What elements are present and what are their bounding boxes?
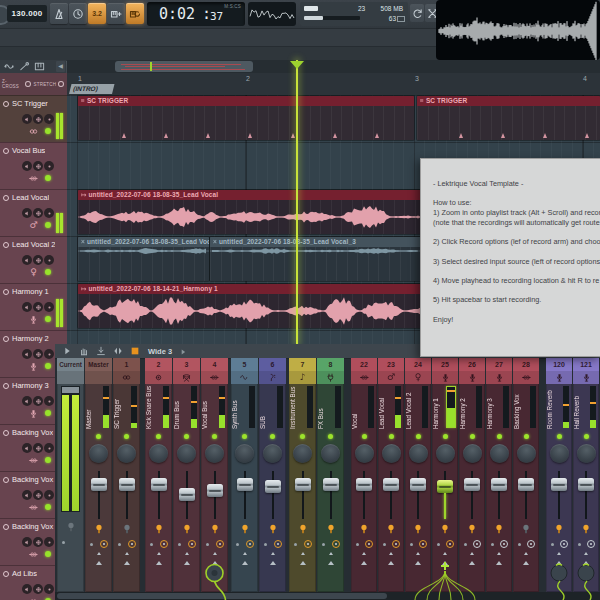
track-dot-icon[interactable] — [44, 302, 54, 312]
arrangement-marker[interactable]: (INTRO) — [69, 84, 114, 94]
oscilloscope-panel[interactable] — [248, 2, 296, 26]
stereo-lamp-icon[interactable] — [432, 522, 458, 538]
track-pan-icon[interactable] — [33, 584, 43, 594]
route-arrows[interactable] — [173, 550, 200, 572]
route-arrows[interactable] — [546, 550, 572, 572]
mixer-strip-current[interactable]: Current — [57, 358, 84, 592]
fader-handle[interactable] — [356, 478, 372, 491]
track-mute-icon[interactable] — [3, 195, 9, 201]
clip-header[interactable]: ≡SC TRIGGER — [417, 96, 600, 106]
track-arm-led[interactable] — [45, 363, 51, 369]
track-mute-icon[interactable] — [3, 571, 9, 577]
stereo-lamp-icon[interactable] — [513, 522, 539, 538]
volume-fader[interactable] — [432, 468, 458, 522]
route-arrows[interactable] — [459, 550, 485, 572]
fader-handle[interactable] — [119, 478, 135, 491]
clip-muted[interactable]: ×untitled_2022-07-06 18-08-35_Lead Vocal… — [210, 237, 421, 281]
volume-fader[interactable] — [351, 468, 377, 522]
pan-knob[interactable] — [486, 444, 512, 468]
stereo-lamp-icon[interactable] — [459, 522, 485, 538]
fader-handle[interactable] — [551, 478, 567, 491]
track-speaker-icon[interactable] — [22, 255, 32, 265]
stereo-lamp-icon[interactable] — [378, 522, 404, 538]
fader-handle[interactable] — [464, 478, 480, 491]
track-arm-led[interactable] — [45, 316, 51, 322]
track-dot-icon[interactable] — [44, 349, 54, 359]
zcross-toggle[interactable] — [25, 81, 31, 87]
track-mute-icon[interactable] — [3, 383, 9, 389]
pan-knob[interactable] — [173, 444, 200, 468]
volume-fader[interactable] — [201, 468, 228, 522]
mixer-strip-4[interactable]: 4Vocal Bus — [201, 358, 228, 592]
volume-fader[interactable] — [289, 468, 316, 522]
track-arm-led[interactable] — [45, 551, 51, 557]
pan-knob[interactable] — [513, 444, 539, 468]
track-arm-led[interactable] — [45, 222, 51, 228]
mixer-strip-2[interactable]: 2Kick Snare Bus — [145, 358, 172, 592]
volume-fader[interactable] — [573, 468, 599, 522]
arm-led[interactable] — [259, 430, 286, 442]
fader-handle[interactable] — [151, 478, 167, 491]
arm-led[interactable] — [173, 430, 200, 442]
fader-handle[interactable] — [295, 478, 311, 491]
track-speaker-icon[interactable] — [22, 349, 32, 359]
track-speaker-icon[interactable] — [22, 443, 32, 453]
mixer-strip-121[interactable]: 121Hall Reverb — [573, 358, 599, 592]
track-mute-icon[interactable] — [3, 430, 9, 436]
route-arrows[interactable] — [259, 550, 286, 572]
track-pan-icon[interactable] — [33, 349, 43, 359]
playlist-scrollbar-thumb[interactable] — [115, 61, 253, 72]
scroll-left-button[interactable]: ◀ — [56, 61, 65, 72]
volume-fader[interactable] — [231, 468, 258, 522]
stereo-lamp-icon[interactable] — [173, 522, 200, 538]
volume-fader[interactable] — [85, 468, 112, 522]
metronome-button[interactable] — [50, 3, 68, 24]
pan-knob[interactable] — [289, 444, 316, 468]
route-arrows[interactable] — [113, 550, 140, 572]
track-dot-icon[interactable] — [44, 443, 54, 453]
playlist-scrollbar[interactable] — [67, 60, 600, 73]
clip-pattern[interactable]: ≡SC TRIGGER — [78, 96, 414, 140]
mixer-strip-26[interactable]: 26Harmony 2 — [459, 358, 485, 592]
mixer-strip-6[interactable]: 6SUB — [259, 358, 286, 592]
track-pan-icon[interactable] — [33, 490, 43, 500]
mixer-strip-24[interactable]: 24♀Lead Vocal 2 — [405, 358, 431, 592]
track-header-lead-vocal[interactable]: Lead Vocal♂ — [0, 189, 67, 236]
mixer-strip-120[interactable]: 120Room Reverb — [546, 358, 572, 592]
fader-handle[interactable] — [491, 478, 507, 491]
mixer-strip-23[interactable]: 23♂Lead Vocal — [378, 358, 404, 592]
arm-led[interactable] — [486, 430, 512, 442]
stereo-lamp-icon[interactable] — [259, 522, 286, 538]
route-arrows[interactable] — [85, 550, 112, 572]
playhead[interactable] — [296, 60, 298, 344]
pan-knob[interactable] — [317, 444, 344, 468]
fader-handle[interactable] — [437, 480, 453, 493]
output-waveform-monitor[interactable] — [436, 0, 600, 60]
arm-led[interactable] — [513, 430, 539, 442]
stereo-lamp-icon[interactable] — [145, 522, 172, 538]
mixer-strip-7[interactable]: 7♪Instrument Bus — [289, 358, 316, 592]
route-arrows[interactable] — [573, 550, 599, 572]
track-speaker-icon[interactable] — [22, 396, 32, 406]
track-speaker-icon[interactable] — [22, 537, 32, 547]
stereo-lamp-icon[interactable] — [546, 522, 572, 538]
mixer-scrollbar-thumb[interactable] — [57, 593, 387, 599]
tempo-display[interactable]: 130.000 — [7, 5, 47, 22]
track-dot-icon[interactable] — [44, 584, 54, 594]
pan-knob[interactable] — [432, 444, 458, 468]
track-dot-icon[interactable] — [44, 114, 54, 124]
route-arrows[interactable] — [378, 550, 404, 572]
mixer-strip-3[interactable]: 3Drum Bus — [173, 358, 200, 592]
fader-handle[interactable] — [179, 488, 195, 501]
track-speaker-icon[interactable] — [22, 584, 32, 594]
pan-knob[interactable] — [546, 444, 572, 468]
mixer-strip-5[interactable]: 5Synth Bus — [231, 358, 258, 592]
track-mute-icon[interactable] — [3, 289, 9, 295]
mixer-strip-22[interactable]: 22Vocal — [351, 358, 377, 592]
arm-led[interactable] — [113, 430, 140, 442]
volume-fader[interactable] — [173, 468, 200, 522]
mixer-layout-label[interactable]: Wide 3 — [148, 347, 172, 356]
track-speaker-icon[interactable] — [22, 208, 32, 218]
stereo-lamp-icon[interactable] — [351, 522, 377, 538]
stereo-lamp-icon[interactable] — [317, 522, 344, 538]
